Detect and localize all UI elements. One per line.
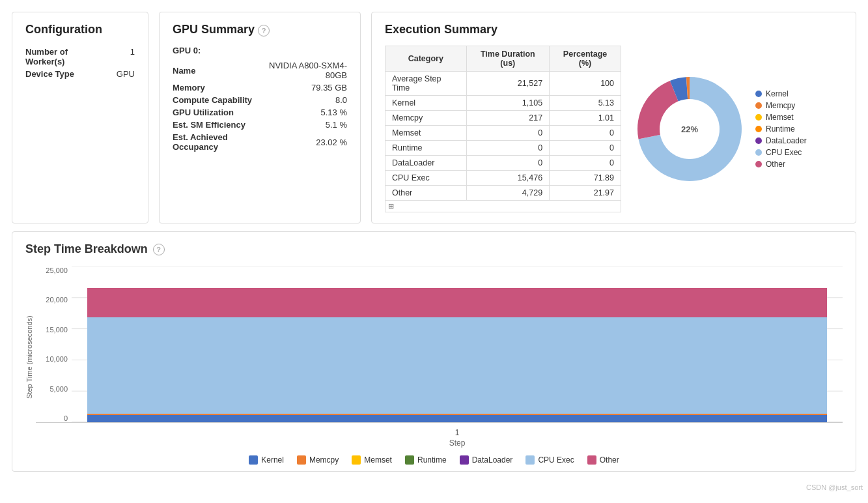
legend-label-other: Other [766, 160, 785, 169]
y-tick-0: 0 [36, 414, 68, 422]
chart-legend-label-other: Other [600, 455, 619, 465]
x-tick-1: 1 [72, 428, 843, 437]
gpu-section-title: GPU 0: [173, 46, 347, 55]
config-value-device: GPU [107, 68, 135, 80]
x-axis: 1 [36, 425, 843, 437]
exec-row-dataloader: DataLoader 0 0 [385, 156, 621, 171]
gpu-row-memory: Memory 79.35 GB [173, 81, 347, 94]
exec-expand-cell[interactable]: ⊞ [385, 201, 621, 212]
step-breakdown-title: Step Time Breakdown ? [25, 242, 843, 256]
config-label-workers: Number ofWorker(s) [25, 46, 107, 68]
stacked-bar [87, 266, 828, 422]
exec-cell-kernel-cat: Kernel [385, 96, 467, 111]
legend-label-memset: Memset [766, 113, 794, 122]
bar-chart-wrap: 25,000 20,000 15,000 10,000 5,000 0 [36, 266, 843, 423]
gpu-value-memory: 79.35 GB [268, 81, 347, 94]
gpu-value-compute: 8.0 [268, 94, 347, 106]
gpu-value-sm: 5.1 % [268, 119, 347, 131]
legend-dot-memset [755, 114, 762, 121]
y-tick-5000: 5,000 [36, 385, 68, 393]
watermark: CSDN @just_sort [0, 483, 868, 494]
exec-inner: Category Time Duration (us) Percentage (… [385, 46, 843, 212]
config-row-workers: Number ofWorker(s) 1 [25, 46, 135, 68]
exec-row-kernel: Kernel 1,105 5.13 [385, 96, 621, 111]
config-title: Configuration [25, 23, 135, 36]
chart-legend-dataloader: DataLoader [460, 455, 513, 465]
chart-legend: Kernel Memcpy Memset Runtime DataLoader … [25, 455, 843, 465]
exec-cell-cpuexec-cat: CPU Exec [385, 171, 467, 186]
exec-expand-row[interactable]: ⊞ [385, 201, 621, 212]
chart-legend-label-memset: Memset [364, 455, 392, 465]
x-axis-label: Step [36, 438, 843, 448]
chart-legend-memcpy: Memcpy [297, 455, 339, 465]
exec-row-other: Other 4,729 21.97 [385, 186, 621, 201]
exec-row-memset: Memset 0 0 [385, 126, 621, 141]
exec-card: Execution Summary Category Time Duration… [371, 12, 856, 223]
gpu-value-utilization: 5.13 % [268, 106, 347, 119]
chart-legend-rect-kernel [249, 455, 258, 465]
chart-legend-kernel: Kernel [249, 455, 284, 465]
step-breakdown-info-icon[interactable]: ? [153, 244, 165, 255]
y-ticks: 25,000 20,000 15,000 10,000 5,000 0 [36, 266, 72, 422]
exec-cell-dataloader-pct: 0 [550, 156, 621, 171]
legend-runtime: Runtime [755, 124, 807, 134]
exec-cell-memset-dur: 0 [466, 126, 550, 141]
gpu-row-name: Name NVIDIA A800-SXM4-80GB [173, 59, 347, 81]
gpu-value-name: NVIDIA A800-SXM4-80GB [268, 59, 347, 81]
exec-cell-kernel-pct: 5.13 [550, 96, 621, 111]
legend-dot-dataloader [755, 137, 762, 144]
legend-dot-kernel [755, 91, 762, 97]
gpu-title: GPU Summary ? [173, 23, 347, 36]
legend-label-kernel: Kernel [766, 89, 789, 98]
exec-row-memcpy: Memcpy 217 1.01 [385, 111, 621, 126]
exec-cell-avg-pct: 100 [550, 72, 621, 96]
exec-table-header-row: Category Time Duration (us) Percentage (… [385, 46, 621, 72]
exec-cell-avg-dur: 21,527 [466, 72, 550, 96]
legend-label-dataloader: DataLoader [766, 136, 807, 145]
bar-cpuexec [87, 317, 828, 414]
legend-label-memcpy: Memcpy [766, 101, 795, 110]
gpu-row-occupancy: Est. Achieved Occupancy 23.02 % [173, 131, 347, 153]
gpu-label-occupancy: Est. Achieved Occupancy [173, 131, 268, 153]
legend-memset: Memset [755, 113, 807, 122]
chart-legend-label-memcpy: Memcpy [309, 455, 339, 465]
chart-plot [72, 266, 843, 422]
exec-cell-avg-cat: Average Step Time [385, 72, 467, 96]
legend-dot-runtime [755, 126, 762, 132]
chart-content: 25,000 20,000 15,000 10,000 5,000 0 [36, 266, 843, 448]
bar-other [87, 288, 828, 317]
exec-cell-memset-pct: 0 [550, 126, 621, 141]
chart-area: Step Time (microseconds) 25,000 20,000 1… [25, 266, 843, 448]
exec-cell-memcpy-cat: Memcpy [385, 111, 467, 126]
gpu-label-compute: Compute Capability [173, 94, 268, 106]
chart-legend-label-runtime: Runtime [417, 455, 447, 465]
exec-cell-dataloader-dur: 0 [466, 156, 550, 171]
gpu-value-occupancy: 23.02 % [268, 131, 347, 153]
legend-other: Other [755, 160, 807, 169]
exec-cell-memset-cat: Memset [385, 126, 467, 141]
exec-cell-dataloader-cat: DataLoader [385, 156, 467, 171]
exec-row-cpuexec: CPU Exec 15,476 71.89 [385, 171, 621, 186]
legend-dot-memcpy [755, 102, 762, 109]
gpu-row-sm: Est. SM Efficiency 5.1 % [173, 119, 347, 131]
legend-kernel: Kernel [755, 89, 807, 98]
gpu-label-name: Name [173, 59, 268, 81]
gpu-row-utilization: GPU Utilization 5.13 % [173, 106, 347, 119]
exec-col-category: Category [385, 46, 467, 72]
config-value-workers: 1 [107, 46, 135, 68]
y-axis-label: Step Time (microseconds) [25, 266, 33, 448]
chart-legend-rect-memcpy [297, 455, 306, 465]
gpu-row-compute: Compute Capability 8.0 [173, 94, 347, 106]
chart-legend-rect-memset [352, 455, 361, 465]
chart-legend-cpuexec: CPU Exec [525, 455, 574, 465]
exec-col-percentage: Percentage (%) [550, 46, 621, 72]
gpu-label-sm: Est. SM Efficiency [173, 119, 268, 131]
chart-legend-rect-other [587, 455, 596, 465]
exec-cell-runtime-cat: Runtime [385, 141, 467, 156]
donut-chart: 22% [634, 74, 745, 184]
exec-cell-cpuexec-pct: 71.89 [550, 171, 621, 186]
legend-dataloader: DataLoader [755, 136, 807, 145]
gpu-info-icon[interactable]: ? [258, 25, 270, 36]
step-breakdown-card: Step Time Breakdown ? Step Time (microse… [12, 231, 856, 472]
donut-legend: Kernel Memcpy Memset Runtime [755, 89, 807, 169]
